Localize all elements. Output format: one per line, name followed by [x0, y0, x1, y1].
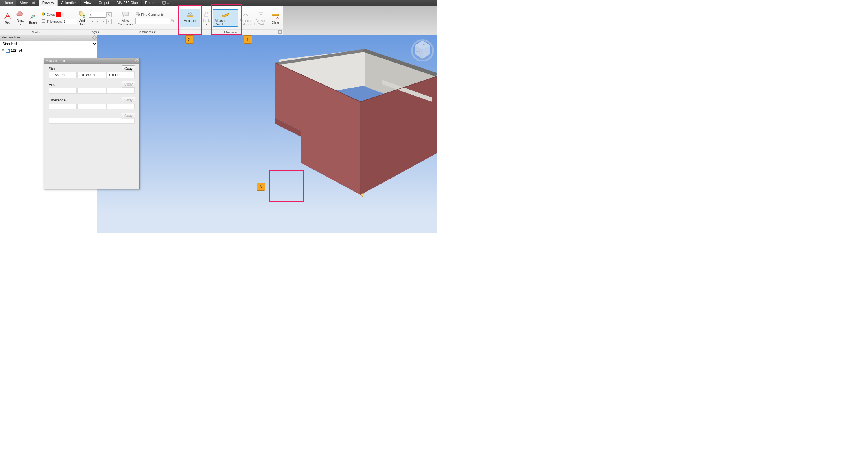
measure-tools-title[interactable]: Measure Tools [44, 58, 139, 64]
tag-goto-button[interactable]: ↳ [106, 12, 112, 18]
menu-review[interactable]: Review [39, 0, 58, 6]
ribbon-filler [283, 6, 437, 35]
measure-button[interactable]: Measure ▾ [180, 9, 200, 27]
erase-label: Erase [29, 21, 37, 24]
text-label: Text [5, 21, 10, 24]
convert-to-markup-button[interactable]: Convert to Markup [253, 9, 269, 27]
svg-point-13 [173, 21, 175, 22]
tag-next-button[interactable]: ▸ [101, 19, 106, 24]
viewport-3d[interactable]: 3 TOP FRONT RIGHT [97, 35, 437, 233]
cloud-icon [16, 10, 24, 18]
tag-prev-button[interactable]: ◂ [95, 19, 100, 24]
copy-start-button[interactable]: Copy [122, 65, 135, 72]
selection-tree-title: election Tree [0, 35, 97, 41]
shortest-distance-icon [241, 10, 249, 18]
group-label-comments[interactable]: Comments ▾ [115, 29, 178, 35]
menu-animation[interactable]: Animation [58, 0, 80, 6]
erase-button[interactable]: Erase [27, 11, 39, 25]
copy-diff-button: Copy [122, 97, 135, 103]
measure-panel-button[interactable]: Measure Panel [213, 9, 238, 27]
tag-number-field[interactable] [89, 12, 106, 18]
chevron-down-icon: ▾ [206, 23, 207, 26]
convert-markup-icon [257, 10, 265, 18]
callout-1: 1 [244, 35, 252, 43]
chevron-down-icon: ▾ [189, 23, 191, 26]
viewcube-top-face[interactable]: TOP [421, 43, 425, 46]
start-y-value: -10.390 m [78, 72, 105, 78]
tag-first-button[interactable]: |◂ [89, 19, 94, 24]
end-y-value [78, 88, 105, 94]
start-x-value: 11.569 m [49, 72, 77, 78]
lock-button[interactable]: Lock ▾ [200, 9, 212, 27]
clear-label: Clear [272, 21, 279, 24]
color-swatch[interactable]: ▾ [56, 12, 64, 18]
callout-2: 2 [185, 35, 193, 43]
quick-access-dropdown[interactable]: ▾ [160, 0, 171, 6]
draw-button[interactable]: Draw ▾ [14, 9, 26, 27]
menu-render[interactable]: Render [142, 0, 160, 6]
model-3d [179, 41, 437, 204]
view-comments-button[interactable]: View Comments [117, 9, 134, 27]
color-label: Color: [46, 13, 55, 16]
viewcube[interactable]: TOP FRONT RIGHT [411, 38, 434, 61]
ribbon-group-comments: View Comments Find Comments Comments ▾ [115, 6, 178, 35]
svg-point-8 [80, 12, 81, 13]
svg-rect-20 [272, 14, 279, 16]
copy-end-button: Copy [122, 81, 135, 88]
chevron-down-icon: ▾ [167, 1, 169, 5]
tree-row-file[interactable]: + 123.rvt [1, 48, 96, 53]
measure-tools-dialog: Measure Tools Copy Start 11.569 m -10.39… [43, 58, 140, 189]
color-preview [56, 12, 61, 17]
shortest-distance-button[interactable]: Shortest Distance [239, 9, 253, 27]
dialog-launcher-icon[interactable] [278, 30, 282, 34]
measure-label: Measure [184, 19, 196, 22]
menu-viewpoint[interactable]: Viewpoint [17, 0, 39, 6]
measure-panel-label: Measure Panel [215, 19, 236, 26]
tag-last-button[interactable]: ▸| [106, 19, 112, 24]
shortest-distance-label: Shortest Distance [239, 19, 252, 26]
group-label-tags[interactable]: Tags ▾ [74, 29, 115, 35]
quick-find-button[interactable] [171, 18, 176, 23]
callout-3: 3 [257, 183, 265, 191]
clear-ruler-icon [271, 12, 279, 20]
extra-value [49, 118, 135, 124]
svg-rect-17 [205, 14, 208, 17]
find-comments-icon [135, 12, 140, 17]
menu-output[interactable]: Output [95, 0, 113, 6]
add-tag-button[interactable]: Add Tag [76, 9, 88, 27]
expand-icon[interactable]: + [2, 50, 4, 52]
view-comments-label: View Comments [118, 19, 133, 26]
clear-button[interactable]: Clear [270, 11, 281, 25]
text-button[interactable]: Text [2, 11, 13, 25]
selection-tree-mode[interactable]: Standard [0, 41, 97, 47]
diff-x-value [49, 103, 77, 110]
color-gradient-icon [41, 12, 45, 17]
viewcube-right-face[interactable]: RIGHT [424, 51, 430, 53]
find-comments-label[interactable]: Find Comments [141, 13, 164, 16]
menu-view[interactable]: View [81, 0, 95, 6]
ribbon-group-measure: Measure ▾ Lock ▾ Measure Panel [178, 6, 283, 35]
svg-rect-19 [259, 12, 264, 13]
svg-point-4 [41, 12, 45, 16]
lock-label: Lock [203, 19, 210, 22]
convert-markup-label: Convert to Markup [254, 19, 268, 26]
end-z-value [106, 88, 135, 94]
selection-tree: + 123.rvt [0, 47, 97, 54]
pin-icon[interactable] [92, 35, 97, 39]
viewcube-front-face[interactable]: FRONT [415, 51, 422, 53]
measure-extra-section: Copy [44, 111, 139, 125]
file-icon [5, 49, 9, 53]
redline-text-icon [3, 12, 12, 20]
menu-home[interactable]: Home [0, 0, 17, 6]
chevron-down-icon: ▾ [20, 23, 21, 26]
lines-icon [41, 19, 45, 24]
copy-extra-button: Copy [122, 113, 135, 119]
pin-icon[interactable] [135, 59, 139, 63]
ruler-diagonal-icon [221, 10, 229, 18]
measure-diff-section: Copy Difference [44, 95, 139, 111]
svg-rect-18 [222, 13, 229, 18]
svg-rect-12 [172, 19, 174, 21]
measure-start-section: Copy Start 11.569 m -10.390 m 0.011 m [44, 64, 139, 80]
menu-bim360glue[interactable]: BIM 360 Glue [113, 0, 141, 6]
find-comments-input[interactable] [135, 18, 170, 24]
